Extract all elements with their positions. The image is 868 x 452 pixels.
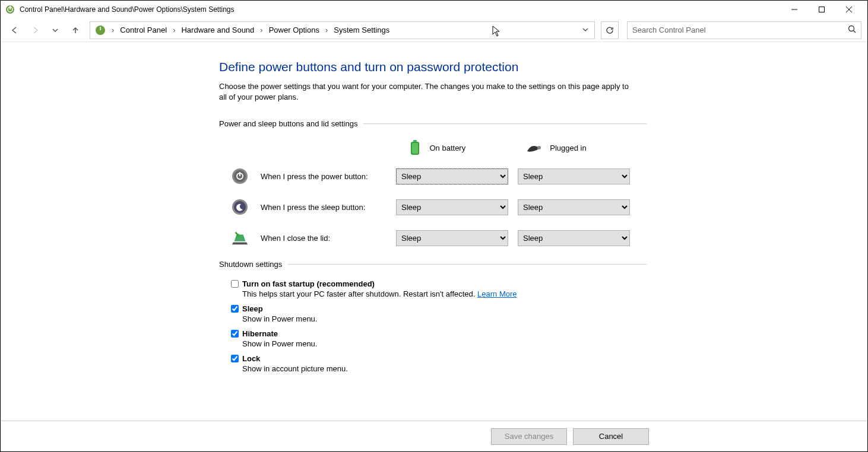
save-changes-button[interactable]: Save changes: [491, 428, 567, 445]
section-header: Shutdown settings: [219, 260, 647, 269]
close-lid-battery-select[interactable]: Sleep: [396, 230, 508, 246]
checkbox-label: Sleep: [242, 304, 263, 313]
checkbox-hibernate: Hibernate Show in Power menu.: [231, 329, 647, 348]
hibernate-checkbox[interactable]: [231, 330, 239, 338]
checkbox-description: Show in Power menu.: [242, 339, 647, 348]
forward-button[interactable]: [27, 22, 43, 39]
divider: [288, 264, 647, 265]
setting-row-sleep-button: When I press the sleep button: Sleep Sle…: [219, 198, 647, 216]
page-description: Choose the power settings that you want …: [219, 81, 635, 103]
navbar: › Control Panel › Hardware and Sound › P…: [1, 18, 867, 42]
checkbox-label: Turn on fast startup (recommended): [242, 279, 375, 288]
power-button-plugged-select[interactable]: Sleep: [518, 168, 630, 184]
battery-icon: [406, 139, 424, 157]
titlebar: Control Panel\Hardware and Sound\Power O…: [1, 1, 867, 18]
page-title: Define power buttons and turn on passwor…: [219, 60, 647, 74]
refresh-button[interactable]: [601, 21, 619, 39]
breadcrumb-item[interactable]: Control Panel: [118, 24, 169, 36]
back-button[interactable]: [7, 22, 23, 39]
setting-label: When I press the sleep button:: [261, 203, 396, 212]
cancel-button[interactable]: Cancel: [573, 428, 649, 445]
checkbox-sleep: Sleep Show in Power menu.: [231, 304, 647, 323]
plug-icon: [526, 139, 544, 157]
column-header-plugged: Plugged in: [526, 139, 647, 157]
breadcrumb[interactable]: › Control Panel › Hardware and Sound › P…: [90, 21, 595, 39]
chevron-down-icon[interactable]: [579, 26, 592, 34]
checkbox-description: Show in Power menu.: [242, 314, 647, 323]
control-panel-icon: [95, 25, 106, 36]
breadcrumb-item[interactable]: Power Options: [267, 24, 322, 36]
breadcrumb-item[interactable]: Hardware and Sound: [179, 24, 256, 36]
column-label: Plugged in: [550, 144, 586, 152]
fast-startup-checkbox[interactable]: [231, 280, 239, 288]
maximize-button[interactable]: [808, 1, 835, 18]
svg-rect-3: [819, 7, 825, 12]
search-box[interactable]: [627, 21, 861, 39]
close-button[interactable]: [835, 1, 863, 18]
svg-line-8: [854, 31, 856, 33]
breadcrumb-item[interactable]: System Settings: [331, 24, 392, 36]
svg-point-7: [849, 26, 854, 31]
up-button[interactable]: [67, 22, 84, 39]
chevron-right-icon: ›: [108, 26, 118, 34]
search-icon: [848, 25, 856, 35]
checkbox-label: Lock: [242, 354, 260, 363]
lock-checkbox[interactable]: [231, 355, 239, 362]
footer: Save changes Cancel: [1, 421, 867, 451]
checkbox-lock: Lock Show in account picture menu.: [231, 354, 647, 373]
power-button-icon: [231, 167, 249, 185]
sleep-button-icon: [231, 198, 249, 216]
setting-row-power-button: When I press the power button: Sleep Sle…: [219, 167, 647, 185]
svg-rect-11: [412, 143, 418, 154]
sleep-checkbox[interactable]: [231, 305, 239, 313]
divider: [363, 123, 647, 124]
svg-point-12: [537, 146, 541, 149]
section-title: Shutdown settings: [219, 260, 282, 269]
power-options-icon: [5, 5, 15, 14]
section-header: Power and sleep buttons and lid settings: [219, 119, 647, 128]
learn-more-link[interactable]: Learn More: [477, 289, 517, 298]
checkbox-description: This helps start your PC faster after sh…: [242, 289, 647, 298]
laptop-lid-icon: [231, 229, 249, 247]
section-title: Power and sleep buttons and lid settings: [219, 119, 357, 128]
sleep-button-plugged-select[interactable]: Sleep: [518, 199, 630, 215]
chevron-right-icon: ›: [256, 26, 266, 34]
chevron-right-icon: ›: [169, 26, 179, 34]
minimize-button[interactable]: [781, 1, 808, 18]
chevron-right-icon: ›: [322, 26, 331, 34]
setting-label: When I press the power button:: [261, 172, 396, 181]
checkbox-description: Show in account picture menu.: [242, 364, 647, 373]
power-button-battery-select[interactable]: Sleep: [396, 168, 508, 184]
search-input[interactable]: [632, 26, 848, 34]
window-title: Control Panel\Hardware and Sound\Power O…: [20, 5, 781, 14]
setting-label: When I close the lid:: [261, 234, 396, 243]
recent-locations-button[interactable]: [47, 22, 64, 39]
svg-rect-9: [413, 140, 417, 142]
checkbox-fast-startup: Turn on fast startup (recommended) This …: [231, 279, 647, 298]
close-lid-plugged-select[interactable]: Sleep: [518, 230, 630, 246]
sleep-button-battery-select[interactable]: Sleep: [396, 199, 508, 215]
column-header-battery: On battery: [406, 139, 527, 157]
checkbox-label: Hibernate: [242, 329, 278, 338]
setting-row-close-lid: When I close the lid: Sleep Sleep: [219, 229, 647, 247]
column-label: On battery: [430, 144, 466, 152]
